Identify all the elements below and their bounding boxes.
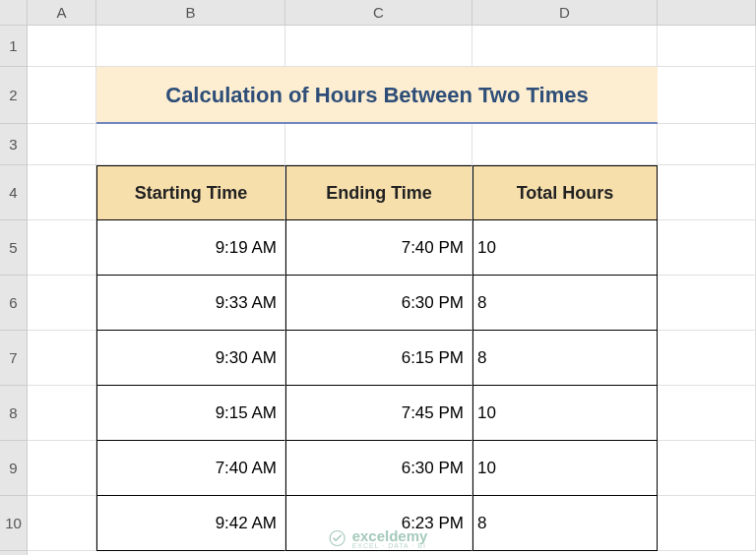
cell-end[interactable]: 7:40 PM xyxy=(285,220,472,276)
cell-total[interactable]: 8 xyxy=(472,276,658,331)
cell[interactable] xyxy=(658,386,756,441)
row-header-7[interactable]: 7 xyxy=(0,331,27,386)
cell-start[interactable]: 7:40 AM xyxy=(96,441,285,496)
cell[interactable] xyxy=(28,26,96,67)
cell-start[interactable]: 9:19 AM xyxy=(96,220,285,276)
cell-end[interactable]: 6:23 PM xyxy=(285,496,472,551)
cell[interactable] xyxy=(658,26,756,67)
cell[interactable] xyxy=(285,124,472,165)
col-header-D[interactable]: D xyxy=(472,0,658,25)
cell[interactable] xyxy=(28,165,96,220)
cell-end[interactable]: 6:30 PM xyxy=(285,276,472,331)
row-header-4[interactable]: 4 xyxy=(0,165,27,220)
cell-end[interactable]: 7:45 PM xyxy=(285,386,472,441)
cell[interactable] xyxy=(28,67,96,124)
row-headers: 12345678910 xyxy=(0,26,28,555)
cell-start[interactable]: 9:42 AM xyxy=(96,496,285,551)
row-header-1[interactable]: 1 xyxy=(0,26,27,67)
cell-end[interactable]: 6:30 PM xyxy=(285,441,472,496)
cell[interactable] xyxy=(658,124,756,165)
cell[interactable] xyxy=(28,276,96,331)
cell[interactable] xyxy=(285,26,472,67)
select-all-corner[interactable] xyxy=(0,0,28,26)
cell[interactable] xyxy=(96,124,285,165)
row-header-5[interactable]: 5 xyxy=(0,220,27,276)
table-header-total[interactable]: Total Hours xyxy=(472,165,658,220)
col-header-C[interactable]: C xyxy=(285,0,472,25)
cell-end[interactable]: 6:15 PM xyxy=(285,331,472,386)
cell[interactable] xyxy=(28,441,96,496)
row-header-3[interactable]: 3 xyxy=(0,124,27,165)
cell[interactable] xyxy=(658,67,756,124)
cell-grid[interactable]: Starting TimeEnding TimeTotal Hours9:19 … xyxy=(28,26,756,555)
table-header-end[interactable]: Ending Time xyxy=(285,165,472,220)
cell[interactable] xyxy=(658,220,756,276)
spreadsheet: ABCD 12345678910 Starting TimeEnding Tim… xyxy=(0,0,756,555)
cell-start[interactable]: 9:15 AM xyxy=(96,386,285,441)
cell[interactable] xyxy=(472,26,658,67)
row-header-9[interactable]: 9 xyxy=(0,441,27,496)
row-header-10[interactable]: 10 xyxy=(0,496,27,551)
col-header-rest xyxy=(658,0,756,25)
cell-total[interactable]: 8 xyxy=(472,331,658,386)
cell-start[interactable]: 9:33 AM xyxy=(96,276,285,331)
cell[interactable] xyxy=(472,124,658,165)
row-header-8[interactable]: 8 xyxy=(0,386,27,441)
row-header-2[interactable]: 2 xyxy=(0,67,27,124)
cell[interactable] xyxy=(658,441,756,496)
row-header-6[interactable]: 6 xyxy=(0,276,27,331)
cell-start[interactable]: 9:30 AM xyxy=(96,331,285,386)
cell[interactable] xyxy=(658,331,756,386)
cell[interactable] xyxy=(28,331,96,386)
title-underline xyxy=(96,122,658,124)
cell-total[interactable]: 8 xyxy=(472,496,658,551)
cell[interactable] xyxy=(28,124,96,165)
cell[interactable] xyxy=(658,276,756,331)
cell[interactable] xyxy=(28,220,96,276)
cell-total[interactable]: 10 xyxy=(472,220,658,276)
column-headers: ABCD xyxy=(28,0,756,26)
cell[interactable] xyxy=(96,26,285,67)
cell-total[interactable]: 10 xyxy=(472,441,658,496)
cell[interactable] xyxy=(658,165,756,220)
cell[interactable] xyxy=(658,496,756,551)
page-title: Calculation of Hours Between Two Times xyxy=(96,67,658,124)
cell[interactable] xyxy=(28,386,96,441)
table-header-start[interactable]: Starting Time xyxy=(96,165,285,220)
col-header-B[interactable]: B xyxy=(96,0,285,25)
cell-total[interactable]: 10 xyxy=(472,386,658,441)
col-header-A[interactable]: A xyxy=(28,0,96,25)
cell[interactable] xyxy=(28,496,96,551)
